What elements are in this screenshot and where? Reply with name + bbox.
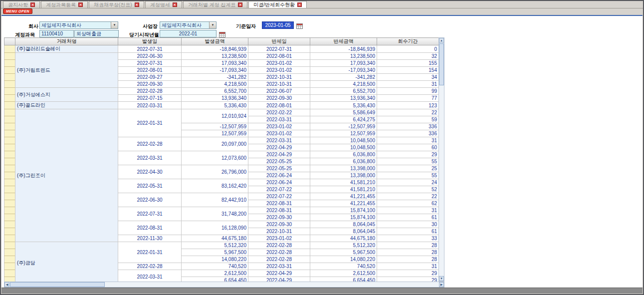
cell-settle-amount[interactable]: 15,874,100 xyxy=(310,214,377,221)
cell-settle-amount[interactable]: 15,874,100 xyxy=(310,207,377,214)
cell-collect-period[interactable]: 60 xyxy=(377,144,439,151)
cell-settle-amount[interactable]: 8,064,045 xyxy=(310,228,377,235)
row-selector-cell[interactable] xyxy=(4,109,15,116)
calendar-icon[interactable] xyxy=(219,30,225,37)
cell-collect-period[interactable]: 28 xyxy=(377,242,439,249)
cell-settle-amount[interactable]: 13,238,500 xyxy=(310,53,377,60)
cell-collect-period[interactable]: 155 xyxy=(377,60,439,67)
cell-occur-date[interactable]: 2022-06-30 xyxy=(118,53,182,60)
cell-settle-date[interactable]: 2022-04-29 xyxy=(248,151,310,158)
row-selector-cell[interactable] xyxy=(4,158,15,165)
row-selector-cell[interactable] xyxy=(4,81,15,88)
cell-settle-date[interactable]: 2022-02-22 xyxy=(248,109,310,116)
cell-occur-date[interactable]: 2022-01-31 xyxy=(118,242,182,263)
row-selector-cell[interactable] xyxy=(4,214,15,221)
cell-collect-period[interactable]: 61 xyxy=(377,214,439,221)
tab-close-icon[interactable]: × xyxy=(173,2,177,7)
cell-collect-period[interactable]: 24 xyxy=(377,179,439,186)
row-selector-cell[interactable] xyxy=(4,172,15,179)
row-selector-cell[interactable] xyxy=(4,144,15,151)
tab-item[interactable]: 거래처별 계정 집계표× xyxy=(183,1,248,8)
cell-settle-date[interactable]: 2022-07-22 xyxy=(248,193,310,200)
row-selector-cell[interactable] xyxy=(4,270,15,277)
cell-occur-amount[interactable]: 12,073,600 xyxy=(182,151,248,165)
cell-occur-amount[interactable]: 26,796,000 xyxy=(182,165,248,179)
row-selector-cell[interactable] xyxy=(4,179,15,186)
cell-settle-date[interactable]: 2023-01-02 xyxy=(248,67,310,74)
cell-occur-amount[interactable]: 13,238,500 xyxy=(182,53,248,60)
cell-occur-amount[interactable]: 20,097,000 xyxy=(182,137,248,151)
row-selector-cell[interactable] xyxy=(4,242,15,249)
cell-occur-amount[interactable]: 6,552,700 xyxy=(182,88,248,95)
cell-occur-amount[interactable]: 13,936,340 xyxy=(182,95,248,102)
cell-occur-date[interactable]: 2022-09-30 xyxy=(118,81,182,88)
cell-collect-period[interactable]: 29 xyxy=(377,270,439,277)
cell-settle-date[interactable]: 2022-04-29 xyxy=(248,270,310,277)
tab-item[interactable]: 공지사항× xyxy=(3,1,40,8)
row-selector-cell[interactable] xyxy=(4,53,15,60)
cell-settle-date[interactable]: 2022-03-31 xyxy=(248,137,310,144)
cell-occur-date[interactable]: 2022-02-28 xyxy=(118,88,182,95)
cell-settle-date[interactable]: 2022-06-24 xyxy=(248,179,310,186)
column-header[interactable]: 반제금액 xyxy=(310,38,377,45)
vertical-scrollbar[interactable]: ▲ ▼ xyxy=(438,37,444,282)
row-selector-cell[interactable] xyxy=(4,102,15,109)
cell-occur-amount[interactable]: 12,507,959 xyxy=(182,130,248,137)
cell-occur-date[interactable]: 2022-08-31 xyxy=(118,221,182,235)
cell-occur-date[interactable]: 2022-07-31 xyxy=(118,60,182,67)
cell-occur-amount[interactable]: 82,442,910 xyxy=(182,193,248,207)
cell-settle-amount[interactable]: 13,398,000 xyxy=(310,172,377,179)
cell-settle-amount[interactable]: 13,936,340 xyxy=(310,95,377,102)
cell-settle-amount[interactable]: -12,507,959 xyxy=(310,123,377,130)
cell-occur-amount[interactable]: -341,282 xyxy=(182,74,248,81)
tab-close-icon[interactable]: × xyxy=(30,2,35,7)
tab-close-icon[interactable]: × xyxy=(297,2,302,7)
row-selector-cell[interactable] xyxy=(4,123,15,130)
cell-collect-period[interactable]: 31 xyxy=(377,81,439,88)
cell-occur-date[interactable]: 2022-04-30 xyxy=(118,165,182,179)
horizontal-scrollbar[interactable]: ◀ ▶ xyxy=(4,282,444,288)
cell-settle-date[interactable]: 2022-10-31 xyxy=(248,228,310,235)
cell-occur-amount[interactable]: 44,675,180 xyxy=(182,235,248,242)
cell-settle-date[interactable]: 2022-06-07 xyxy=(248,88,310,95)
cell-customer[interactable]: (주)금담 xyxy=(15,242,118,284)
cell-collect-period[interactable]: 55 xyxy=(377,158,439,165)
cell-settle-amount[interactable]: 8,064,045 xyxy=(310,221,377,228)
cell-settle-date[interactable]: 2023-01-02 xyxy=(248,123,310,130)
cell-settle-amount[interactable]: 5,967,500 xyxy=(310,249,377,256)
row-selector-cell[interactable] xyxy=(4,116,15,123)
cell-settle-amount[interactable]: 2,612,500 xyxy=(310,270,377,277)
cell-settle-date[interactable]: 2022-08-31 xyxy=(248,200,310,207)
cell-occur-date[interactable]: 2022-07-15 xyxy=(118,95,182,102)
scroll-up-icon[interactable]: ▲ xyxy=(439,38,444,43)
cell-settle-amount[interactable]: 44,675,180 xyxy=(310,235,377,242)
cell-collect-period[interactable]: 61 xyxy=(377,228,439,235)
tab-close-icon[interactable]: × xyxy=(238,2,242,7)
cell-collect-period[interactable]: 28 xyxy=(377,256,439,263)
cell-settle-amount[interactable]: 6,036,800 xyxy=(310,158,377,165)
cell-settle-amount[interactable]: 5,586,649 xyxy=(310,109,377,116)
tab-close-icon[interactable]: × xyxy=(78,2,83,7)
cell-occur-amount[interactable]: 14,080,220 xyxy=(182,256,248,263)
base-date-input[interactable]: 2023-01-05 xyxy=(262,21,294,29)
row-selector-cell[interactable] xyxy=(4,186,15,193)
cell-occur-date[interactable]: 2022-03-31 xyxy=(118,151,182,165)
cell-settle-amount[interactable]: 6,424,275 xyxy=(310,116,377,123)
vertical-scrollbar-thumb[interactable] xyxy=(439,43,444,85)
cell-settle-date[interactable]: 2022-04-29 xyxy=(248,144,310,151)
cell-occur-amount[interactable]: 5,336,430 xyxy=(182,102,248,109)
column-header[interactable]: 발생일 xyxy=(118,38,182,45)
cell-occur-date[interactable]: 2022-03-31 xyxy=(118,102,182,109)
cell-customer[interactable]: (주)갤러리드슬레이 xyxy=(15,45,118,53)
cell-collect-period[interactable]: 59 xyxy=(377,116,439,123)
cell-occur-date[interactable]: 2022-01-31 xyxy=(118,109,182,137)
chevron-down-icon[interactable]: ▼ xyxy=(111,22,118,28)
cell-collect-period[interactable]: 30 xyxy=(377,221,439,228)
row-selector-cell[interactable] xyxy=(4,137,15,144)
cell-occur-amount[interactable]: 5,967,500 xyxy=(182,249,248,256)
tab-active[interactable]: 미결/반제회수현황× xyxy=(248,1,307,8)
tab-item[interactable]: 계정과목등록× xyxy=(41,1,88,8)
cell-settle-amount[interactable]: 10,048,500 xyxy=(310,144,377,151)
cell-settle-date[interactable]: 2022-08-01 xyxy=(248,102,310,109)
cell-settle-date[interactable]: 2022-02-28 xyxy=(248,249,310,256)
